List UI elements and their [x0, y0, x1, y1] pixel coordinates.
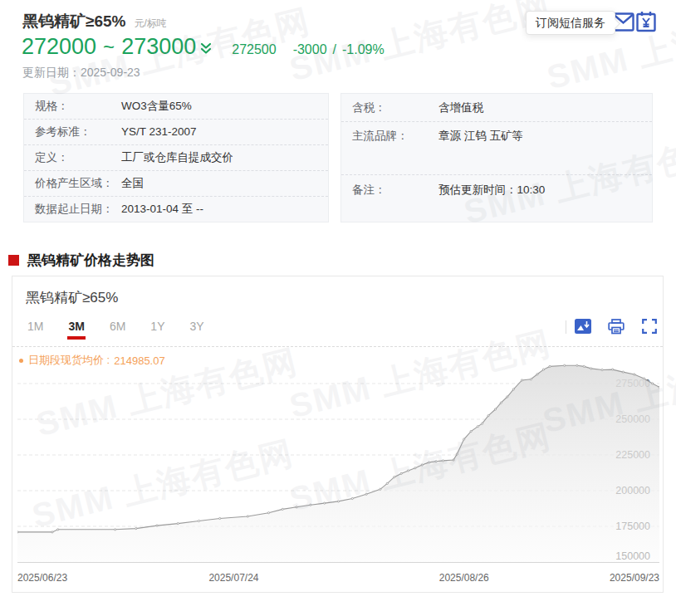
- tab-6m[interactable]: 6M: [110, 320, 125, 340]
- data-point: [536, 374, 538, 375]
- data-point: [435, 461, 437, 462]
- change-value: -3000: [293, 42, 327, 56]
- price-range-separator: ~: [103, 36, 115, 59]
- data-point: [177, 523, 179, 525]
- data-point: [324, 502, 326, 504]
- chart-title: 黑钨精矿≥65%: [26, 288, 118, 307]
- data-point: [156, 525, 158, 526]
- row-value: 2013-01-04 至 --: [121, 197, 203, 223]
- data-point: [337, 501, 339, 502]
- price-row: 272000 ~ 273000 272500 -3000/-1.09%: [22, 34, 385, 60]
- info-row-spec: 规格：WO3含量65%: [24, 94, 328, 120]
- data-point: [590, 368, 592, 369]
- data-point: [652, 383, 654, 384]
- x-axis-tick-label: 2025/06/23: [17, 572, 67, 584]
- data-point: [421, 464, 423, 466]
- data-point: [247, 516, 248, 517]
- info-row-remark: 备注：预估更新时间：10:30: [341, 175, 652, 222]
- x-axis-tick-label: 2025/09/23: [610, 572, 659, 584]
- data-point: [310, 504, 311, 506]
- product-name: 黑钨精矿≥65%: [22, 12, 125, 30]
- data-point: [282, 508, 283, 510]
- x-axis-tick-label: 2025/07/24: [208, 572, 258, 584]
- change-percent: -1.09%: [342, 42, 385, 56]
- data-point: [386, 482, 388, 484]
- row-label: 规格：: [35, 94, 121, 119]
- fullscreen-button[interactable]: [640, 319, 659, 335]
- data-point: [414, 467, 416, 469]
- yuan-calendar-icon: [636, 22, 656, 35]
- row-label: 数据起止日期：: [35, 197, 121, 223]
- spec-info-table: 规格：WO3含量65% 参考标准：YS/T 231-2007 定义：工厂或仓库自…: [23, 93, 329, 222]
- data-point: [507, 396, 508, 398]
- row-value: YS/T 231-2007: [121, 120, 197, 144]
- data-point: [429, 462, 430, 463]
- info-row-date-range: 数据起止日期：2013-01-04 至 --: [24, 197, 328, 223]
- price-subscribe-button[interactable]: [636, 11, 656, 35]
- time-range-tabs: 1M 3M 6M 1Y 3Y: [27, 320, 229, 340]
- row-label: 定义：: [35, 145, 121, 170]
- data-point: [453, 459, 454, 461]
- info-row-region: 价格产生区域：全国: [24, 171, 328, 197]
- row-label: 主流品牌：: [352, 128, 438, 174]
- tab-1m[interactable]: 1M: [27, 320, 43, 340]
- price-change: -3000/-1.09%: [293, 42, 385, 57]
- smm-price-page: { "header": { "title": "黑钨精矿≥65%", "unit…: [0, 0, 676, 616]
- tab-3m[interactable]: 3M: [68, 320, 84, 340]
- print-button[interactable]: [607, 319, 625, 335]
- fullscreen-icon: [642, 324, 657, 336]
- data-point: [380, 488, 381, 490]
- data-point: [482, 423, 483, 424]
- data-point: [601, 369, 603, 370]
- section-bullet-icon: [8, 255, 19, 266]
- price-average: 272500: [232, 42, 276, 57]
- data-point: [365, 493, 367, 495]
- data-point: [267, 512, 269, 514]
- data-point: [549, 365, 551, 367]
- data-point: [407, 470, 409, 472]
- data-point: [487, 415, 489, 417]
- data-point: [521, 379, 522, 381]
- trend-section-header: 黑钨精矿价格走势图: [8, 251, 154, 270]
- row-value: 含增值税: [438, 94, 483, 121]
- change-separator: /: [333, 42, 336, 56]
- tab-1y[interactable]: 1Y: [150, 320, 164, 340]
- price-trend-plot[interactable]: 150000175000200000225000250000275000: [17, 358, 659, 565]
- data-point: [17, 531, 18, 533]
- row-value: 章源 江钨 五矿等: [438, 128, 523, 174]
- info-row-standard: 参考标准：YS/T 231-2007: [24, 120, 328, 145]
- tax-info-table: 含税：含增值税 主流品牌：章源 江钨 五矿等 备注：预估更新时间：10:30: [340, 93, 653, 222]
- data-point: [463, 438, 465, 440]
- data-point: [442, 460, 443, 462]
- row-label: 备注：: [352, 182, 438, 222]
- update-date: 更新日期：2025-09-23: [22, 66, 140, 81]
- data-point: [296, 506, 297, 508]
- data-point: [659, 386, 659, 388]
- row-value: WO3含量65%: [121, 94, 192, 119]
- data-point: [198, 520, 199, 521]
- x-axis-tick-label: 2025/08/26: [439, 572, 489, 584]
- price-trend-chart-card: 黑钨精矿≥65% 1M 3M 6M 1Y 3Y 日期段现货: [12, 276, 664, 593]
- info-row-definition: 定义：工厂或仓库自提成交价: [24, 145, 328, 171]
- price-down-icon: [200, 42, 212, 58]
- toolbar-divider: [566, 320, 566, 334]
- trend-section-title: 黑钨精矿价格走势图: [27, 251, 154, 270]
- row-label: 价格产生区域：: [35, 171, 121, 196]
- data-point: [400, 472, 402, 474]
- page-title: 黑钨精矿≥65%元/标吨: [22, 11, 167, 32]
- subscribe-sms-tooltip: 订阅短信服务: [526, 11, 615, 35]
- printer-icon: [608, 325, 625, 337]
- data-point: [456, 453, 458, 455]
- data-point: [351, 497, 353, 499]
- tab-3y[interactable]: 3Y: [189, 320, 203, 340]
- save-image-button[interactable]: [574, 319, 592, 335]
- data-point: [494, 408, 496, 410]
- save-image-icon: [575, 324, 591, 336]
- data-point: [634, 374, 635, 375]
- data-point: [470, 431, 472, 433]
- data-point: [219, 517, 221, 519]
- data-point: [530, 379, 531, 380]
- data-point: [500, 402, 502, 403]
- row-label: 参考标准：: [35, 120, 121, 144]
- price-low: 272000: [22, 34, 96, 60]
